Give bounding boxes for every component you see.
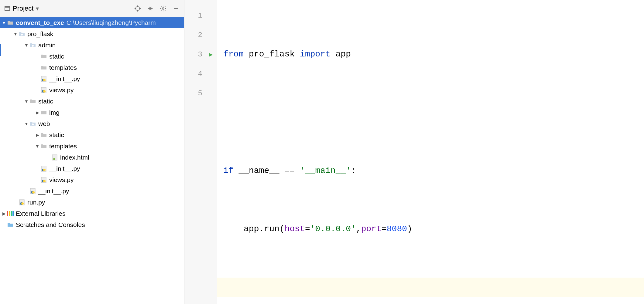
- tree-arrow-icon[interactable]: ▶: [35, 133, 40, 137]
- svg-point-17: [43, 90, 46, 93]
- tree-item-admin[interactable]: ▼admin: [0, 39, 184, 51]
- tree-item--init-py[interactable]: __init__.py: [0, 185, 184, 197]
- tree-item-views-py[interactable]: views.py: [0, 174, 184, 185]
- tree-item-static[interactable]: ▶static: [0, 129, 184, 140]
- pkg-icon: [18, 32, 26, 36]
- tree-item-label: templates: [49, 143, 77, 150]
- lib-icon: [7, 211, 14, 216]
- tree-arrow-icon[interactable]: ▶: [35, 110, 40, 115]
- project-title: Project: [13, 5, 33, 12]
- tree-item-label: views.py: [49, 176, 74, 184]
- editor-body: 123▶45 from pro_flask import app if __na…: [184, 0, 644, 304]
- tree-item-img[interactable]: ▶img: [0, 107, 184, 118]
- folder-icon: [7, 20, 14, 25]
- tree-item-label: convent_to_exe: [16, 19, 64, 26]
- gutter-line[interactable]: 1: [184, 6, 217, 25]
- folder-icon: [40, 133, 47, 137]
- py-icon: [40, 76, 47, 82]
- tree-arrow-icon[interactable]: ▶: [1, 211, 7, 216]
- tree-item-path: C:\Users\liuqingzheng\Pycharm: [67, 19, 156, 26]
- tree-item-run-py[interactable]: run.py: [0, 197, 184, 208]
- scratch-icon: [7, 222, 14, 227]
- py-icon: [40, 166, 47, 172]
- py-icon: [40, 87, 47, 93]
- folder-icon: [40, 65, 47, 70]
- html-icon: H: [51, 154, 58, 160]
- svg-point-2: [136, 6, 140, 10]
- editor-area: run.py×Hindex.html×web\__init__.py×bluep…: [184, 0, 644, 304]
- svg-text:H: H: [53, 158, 54, 160]
- tree-item-external-libraries[interactable]: ▶External Libraries: [0, 208, 184, 219]
- run-gutter-icon[interactable]: ▶: [209, 51, 213, 58]
- minimize-icon[interactable]: [171, 3, 181, 14]
- sidebar-header: Project ▾: [0, 0, 184, 17]
- py-icon: [29, 188, 36, 194]
- tree-item-label: templates: [49, 64, 77, 71]
- pkg-icon: [29, 43, 36, 48]
- tree-item-views-py[interactable]: views.py: [0, 84, 184, 96]
- tree-item-label: static: [38, 98, 53, 105]
- svg-point-10: [21, 34, 23, 35]
- tree-item-label: pro_flask: [27, 30, 53, 38]
- svg-point-27: [43, 180, 46, 182]
- project-dropdown[interactable]: Project ▾: [4, 5, 39, 12]
- folder-icon: [29, 99, 36, 104]
- tree-item-label: static: [49, 53, 64, 60]
- tree-item-label: web: [38, 120, 50, 127]
- folder-icon: [40, 144, 47, 149]
- code-area[interactable]: from pro_flask import app if __name__ ==…: [217, 0, 644, 304]
- project-tree[interactable]: ▼convent_to_exeC:\Users\liuqingzheng\Pyc…: [0, 17, 184, 304]
- tree-arrow-icon[interactable]: ▼: [24, 99, 29, 104]
- code-line-1: from pro_flask import app: [223, 45, 644, 64]
- gutter-line[interactable]: 3▶: [184, 45, 217, 64]
- tree-item-templates[interactable]: templates: [0, 62, 184, 73]
- py-icon: [18, 199, 26, 205]
- tree-item-pro-flask[interactable]: ▼pro_flask: [0, 28, 184, 39]
- collapse-all-icon[interactable]: [145, 3, 156, 14]
- code-line-4: app.run(host='0.0.0.0',port=8080): [223, 219, 644, 239]
- svg-point-33: [21, 202, 24, 205]
- dropdown-arrow-icon: ▾: [36, 5, 39, 12]
- code-line-5: [217, 278, 644, 297]
- svg-point-18: [32, 123, 34, 125]
- tree-item-label: __init__.py: [49, 75, 80, 83]
- tree-item-static[interactable]: static: [0, 51, 184, 62]
- gutter-line[interactable]: 5: [184, 83, 217, 103]
- tree-item-label: run.py: [27, 199, 45, 206]
- folder-icon: [40, 110, 47, 115]
- tree-item-label: __init__.py: [49, 165, 80, 172]
- tree-item-label: admin: [38, 42, 56, 49]
- tree-item--init-py[interactable]: __init__.py: [0, 163, 184, 174]
- code-line-2: [223, 103, 644, 122]
- tree-item-label: static: [49, 131, 64, 139]
- locate-icon[interactable]: [132, 3, 143, 14]
- tree-arrow-icon[interactable]: ▼: [13, 32, 18, 36]
- project-sidebar: Project ▾ ▼convent_to_exeC:\Users\liuqin…: [0, 0, 184, 304]
- tree-arrow-icon[interactable]: ▼: [24, 43, 29, 48]
- pkg-icon: [29, 121, 36, 126]
- folder-icon: [40, 54, 47, 59]
- tree-item-label: views.py: [49, 86, 74, 94]
- gutter-line[interactable]: 2: [184, 25, 217, 45]
- tree-item--init-py[interactable]: __init__.py: [0, 73, 184, 84]
- tree-item-index-html[interactable]: Hindex.html: [0, 152, 184, 163]
- tree-item-scratches-and-consoles[interactable]: Scratches and Consoles: [0, 219, 184, 230]
- tree-arrow-icon[interactable]: ▼: [35, 144, 40, 149]
- tree-arrow-icon[interactable]: ▼: [1, 20, 7, 25]
- tree-item-web[interactable]: ▼web: [0, 118, 184, 129]
- code-line-3: if __name__ == '__main__':: [223, 161, 644, 181]
- tree-item-label: img: [49, 109, 60, 116]
- gear-icon[interactable]: [158, 3, 168, 14]
- gutter-line[interactable]: 4: [184, 64, 217, 83]
- tree-item-convent-to-exe[interactable]: ▼convent_to_exeC:\Users\liuqingzheng\Pyc…: [0, 17, 184, 28]
- tree-item-label: Scratches and Consoles: [16, 221, 85, 228]
- svg-point-24: [43, 169, 46, 171]
- svg-point-30: [32, 191, 35, 194]
- gutter[interactable]: 123▶45: [184, 0, 217, 304]
- tree-arrow-icon[interactable]: ▼: [24, 121, 29, 126]
- tree-item-label: index.html: [60, 154, 89, 161]
- svg-rect-1: [5, 6, 10, 8]
- tree-item-templates[interactable]: ▼templates: [0, 140, 184, 152]
- svg-point-8: [162, 8, 164, 9]
- tree-item-static[interactable]: ▼static: [0, 96, 184, 107]
